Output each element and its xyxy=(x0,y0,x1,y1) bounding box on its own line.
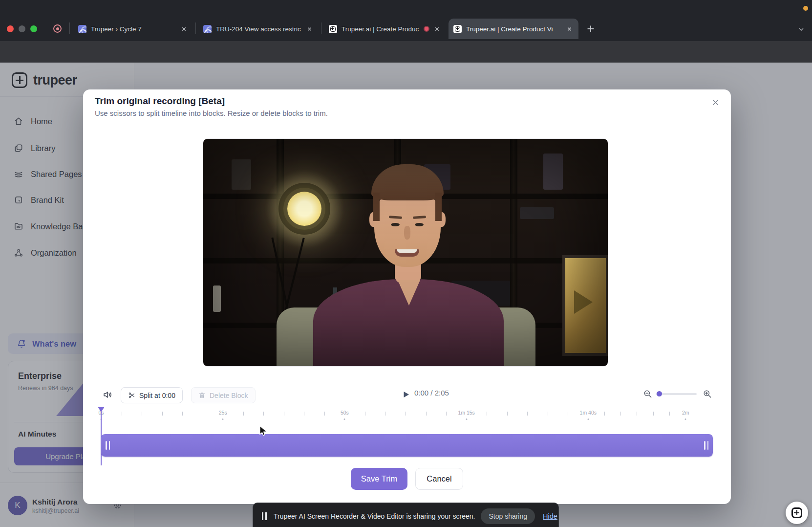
tab-close-icon[interactable] xyxy=(565,24,574,33)
record-indicator-icon xyxy=(53,24,62,33)
timeline-ruler[interactable]: 0s25s50s1m 15s1m 40s2m xyxy=(101,408,713,421)
mouse-cursor xyxy=(258,425,269,439)
modal-close-button[interactable] xyxy=(707,94,723,110)
play-button[interactable] xyxy=(402,390,411,400)
pause-icon xyxy=(262,512,267,520)
timeline-tick xyxy=(669,412,670,416)
new-tab-button[interactable] xyxy=(585,23,596,36)
vignette xyxy=(203,139,608,367)
tab-separator xyxy=(195,22,196,34)
tab-close-icon[interactable] xyxy=(305,24,314,33)
split-label: Split at 0:00 xyxy=(139,392,175,399)
share-message: Trupeer AI Screen Recorder & Video Edito… xyxy=(274,512,475,520)
video-preview xyxy=(203,138,608,367)
window-close-button[interactable] xyxy=(7,25,14,32)
tab-title: Trupeer › Cycle 7 xyxy=(91,25,176,33)
delete-block-label: Delete Block xyxy=(210,392,248,399)
timeline-tick xyxy=(620,412,621,416)
timeline-tick xyxy=(182,412,183,416)
timeline-tick xyxy=(284,412,284,416)
screen-share-banner: Trupeer AI Screen Recorder & Video Edito… xyxy=(253,503,559,527)
timeline-marker-dot xyxy=(587,418,589,420)
timeline-tick xyxy=(426,412,427,416)
split-button[interactable]: Split at 0:00 xyxy=(121,387,183,403)
timeline-tick xyxy=(203,412,203,416)
linear-favicon xyxy=(78,25,86,33)
tab-trupeer-cycle7[interactable]: Trupeer › Cycle 7 xyxy=(73,19,193,39)
time-display: 0:00 / 2:05 xyxy=(414,389,449,397)
timeline-tick xyxy=(548,412,548,416)
tab-search-chevron-icon[interactable] xyxy=(797,25,805,35)
save-trim-button[interactable]: Save Trim xyxy=(351,468,407,490)
volume-icon[interactable] xyxy=(103,390,113,402)
zoom-out-icon[interactable] xyxy=(643,389,652,400)
trupeer-floating-button[interactable] xyxy=(786,502,808,524)
zoom-slider-thumb[interactable] xyxy=(657,391,662,396)
tab-create-product-active[interactable]: Trupeer.ai | Create Product Vi xyxy=(449,19,578,39)
trupeer-favicon xyxy=(453,25,462,33)
timeline-marker-label: 1m 40s xyxy=(580,410,597,416)
timeline-tick xyxy=(385,412,385,416)
tab-title: Trupeer.ai | Create Product Vi xyxy=(466,25,562,33)
timeline-marker-label: 1m 15s xyxy=(458,410,474,416)
modal-subtitle: Use scissors to split timeline into bloc… xyxy=(95,109,328,117)
stop-sharing-button[interactable]: Stop sharing xyxy=(481,508,535,524)
scissors-icon xyxy=(128,392,135,399)
timeline-tick xyxy=(406,412,406,416)
timeline-tick xyxy=(365,412,365,416)
tab-close-icon[interactable] xyxy=(179,24,188,33)
browser-toolbar: app.trupeer.ai/upload K Work Finish upda… xyxy=(0,41,812,63)
timeline-tick xyxy=(653,412,654,416)
timeline-tick xyxy=(527,412,528,416)
modal-title: Trim original recording [Beta] xyxy=(95,96,225,107)
trim-handle-right[interactable] xyxy=(704,441,708,450)
timeline-tick xyxy=(446,412,447,416)
timeline-tick xyxy=(487,412,487,416)
timeline-tick xyxy=(604,412,605,416)
zoom-in-icon[interactable] xyxy=(703,389,712,400)
timeline-tick xyxy=(243,412,244,416)
tab-create-product-recording[interactable]: Trupeer.ai | Create Produc xyxy=(324,19,446,39)
window-minimize-button[interactable] xyxy=(19,25,25,32)
trim-modal: Trim original recording [Beta] Use sciss… xyxy=(83,89,731,504)
window-zoom-button[interactable] xyxy=(30,25,37,32)
linear-favicon xyxy=(203,25,212,33)
tab-separator xyxy=(321,22,321,34)
trim-handle-left[interactable] xyxy=(106,441,110,450)
timeline-tick xyxy=(263,412,264,416)
timeline-tick xyxy=(142,412,142,416)
timeline-marker-label: 50s xyxy=(341,410,349,416)
timeline-tick xyxy=(122,412,122,416)
tab-recording-dot xyxy=(424,26,429,32)
timeline-marker-label: 2m xyxy=(682,410,689,416)
timeline-tick xyxy=(637,412,637,416)
timeline-marker-dot xyxy=(222,418,224,420)
timeline-tick xyxy=(162,412,163,416)
trash-icon xyxy=(198,392,206,399)
trim-block[interactable] xyxy=(101,434,713,457)
delete-block-button[interactable]: Delete Block xyxy=(191,387,256,403)
cancel-button[interactable]: Cancel xyxy=(415,468,463,490)
timeline-tick xyxy=(304,412,304,416)
tab-title: TRU-204 View access restric xyxy=(216,25,302,33)
tab-title: Trupeer.ai | Create Produc xyxy=(342,25,421,33)
timeline-marker-dot xyxy=(466,418,467,420)
timeline-marker-dot xyxy=(685,418,686,420)
trupeer-logo-icon xyxy=(791,507,802,518)
tab-close-icon[interactable] xyxy=(432,24,441,33)
hide-link[interactable]: Hide xyxy=(543,512,557,520)
menubar-notification-dot xyxy=(803,6,808,11)
screen: Trupeer › Cycle 7 TRU-204 View access re… xyxy=(0,0,812,527)
tab-tru-204[interactable]: TRU-204 View access restric xyxy=(198,19,319,39)
tab-separator xyxy=(69,22,70,34)
timeline-marker-label: 25s xyxy=(219,410,227,416)
browser-tab-strip: Trupeer › Cycle 7 TRU-204 View access re… xyxy=(0,0,812,41)
timeline-tick xyxy=(507,412,508,416)
timeline-tick xyxy=(568,412,568,416)
trupeer-favicon xyxy=(329,25,337,33)
timeline-tick xyxy=(324,412,325,416)
close-icon xyxy=(711,98,720,107)
timeline-marker-dot xyxy=(344,418,345,420)
